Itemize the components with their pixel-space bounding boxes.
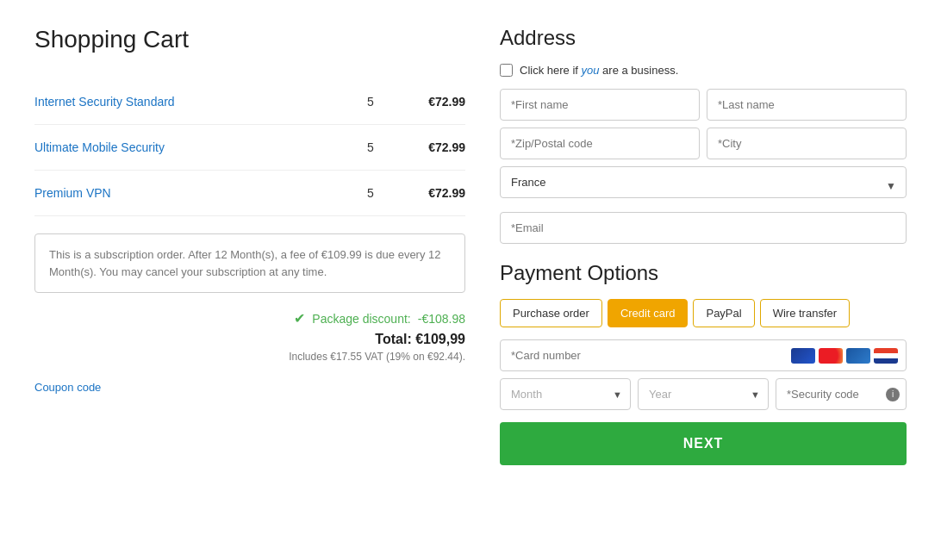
cart-item: Ultimate Mobile Security 5 €72.99 — [34, 125, 465, 171]
month-select[interactable]: Month 010203 040506 070809 101112 — [500, 378, 631, 410]
cart-title: Shopping Cart — [34, 26, 465, 53]
cart-item-price: €72.99 — [396, 186, 465, 200]
discount-label: Package discount: — [312, 312, 410, 326]
zip-input[interactable] — [500, 128, 700, 159]
purchase-order-button[interactable]: Purchase order — [500, 299, 602, 327]
paypal-button[interactable]: PayPal — [693, 299, 754, 327]
year-select-wrapper: Year 202420252026 2027202820292030 ▼ — [638, 378, 769, 410]
cart-item-qty: 5 — [345, 186, 396, 200]
business-label: Click here if you are a business. — [520, 64, 678, 77]
first-name-input[interactable] — [500, 89, 700, 121]
subscription-notice: This is a subscription order. After 12 M… — [34, 233, 465, 293]
cart-items-list: Internet Security Standard 5 €72.99 Ulti… — [34, 79, 465, 216]
address-title: Address — [500, 26, 907, 50]
year-select[interactable]: Year 202420252026 2027202820292030 — [638, 378, 769, 410]
cart-item-name: Internet Security Standard — [34, 95, 345, 109]
country-select[interactable]: France Germany United Kingdom Spain Ital… — [500, 166, 907, 198]
month-select-wrapper: Month 010203 040506 070809 101112 ▼ — [500, 378, 631, 410]
cart-item-price: €72.99 — [396, 95, 465, 109]
cart-item-name: Premium VPN — [34, 186, 345, 200]
cart-item: Internet Security Standard 5 €72.99 — [34, 79, 465, 125]
vat-text: Includes €17.55 VAT (19% on €92.44). — [289, 351, 465, 363]
card-number-row — [500, 339, 907, 371]
zip-city-row — [500, 128, 907, 159]
security-code-info-icon[interactable]: i — [886, 388, 900, 401]
coupon-link[interactable]: Coupon code — [34, 381, 101, 394]
email-input[interactable] — [500, 212, 907, 244]
visa-icon — [791, 348, 815, 364]
cart-item-name: Ultimate Mobile Security — [34, 140, 345, 154]
cart-item: Premium VPN 5 €72.99 — [34, 171, 465, 216]
stripe-icon — [874, 348, 898, 364]
city-input[interactable] — [707, 128, 907, 159]
next-button[interactable]: NEXT — [500, 422, 907, 465]
cart-item-qty: 5 — [345, 140, 396, 154]
discount-row: ✔ Package discount: -€108.98 — [34, 310, 465, 327]
total-row: Total: €109,99 — [34, 332, 465, 347]
credit-card-button[interactable]: Credit card — [608, 299, 689, 327]
cart-item-price: €72.99 — [396, 140, 465, 154]
right-section: Address Click here if you are a business… — [500, 26, 907, 534]
business-you-text: you — [582, 64, 600, 77]
country-select-wrapper: France Germany United Kingdom Spain Ital… — [500, 166, 907, 205]
address-section: Address Click here if you are a business… — [500, 26, 907, 244]
wire-transfer-button[interactable]: Wire transfer — [760, 299, 850, 327]
vat-row: Includes €17.55 VAT (19% on €92.44). — [34, 351, 465, 363]
name-row — [500, 89, 907, 121]
cart-item-qty: 5 — [345, 95, 396, 109]
mastercard-icon — [819, 348, 843, 364]
payment-title: Payment Options — [500, 261, 907, 285]
coupon-link-wrapper[interactable]: Coupon code — [34, 380, 101, 394]
total-label: Total: €109,99 — [375, 332, 465, 347]
card-icons — [791, 348, 898, 364]
business-check-row: Click here if you are a business. — [500, 64, 907, 77]
security-code-wrapper: i — [776, 378, 907, 410]
discount-value: -€108.98 — [418, 312, 465, 326]
last-name-input[interactable] — [707, 89, 907, 121]
discount-check-icon: ✔ — [294, 310, 305, 327]
amex-icon — [846, 348, 870, 364]
cart-section: Shopping Cart Internet Security Standard… — [34, 26, 465, 534]
business-checkbox[interactable] — [500, 64, 513, 77]
payment-method-buttons: Purchase order Credit card PayPal Wire t… — [500, 299, 907, 327]
email-row — [500, 212, 907, 244]
payment-section: Payment Options Purchase order Credit ca… — [500, 261, 907, 465]
card-expiry-row: Month 010203 040506 070809 101112 ▼ Year… — [500, 378, 907, 410]
